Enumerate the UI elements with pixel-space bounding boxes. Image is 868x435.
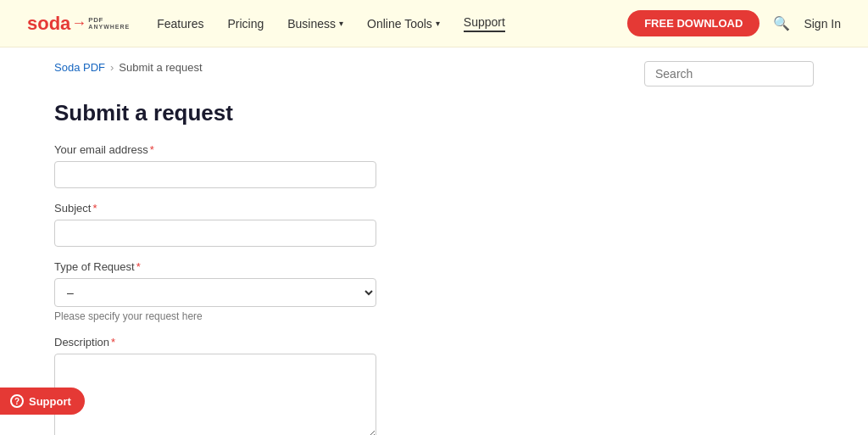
support-button-label: Support	[29, 395, 71, 408]
type-group: Type of Request* – Please specify your r…	[54, 260, 376, 322]
subject-field[interactable]	[54, 220, 376, 247]
email-label: Your email address*	[54, 143, 376, 156]
top-bar: Soda PDF › Submit a request	[54, 47, 814, 93]
nav-support[interactable]: Support	[464, 15, 505, 32]
submit-request-form: Submit a request Your email address* Sub…	[54, 93, 376, 435]
description-textarea[interactable]	[54, 354, 376, 435]
header-actions: FREE DOWNLOAD 🔍 Sign In	[627, 10, 841, 36]
subject-label: Subject*	[54, 202, 376, 215]
nav-features[interactable]: Features	[157, 17, 203, 31]
page-title: Submit a request	[54, 100, 376, 126]
logo-arrow: →	[71, 14, 86, 32]
page-container: Soda PDF › Submit a request Submit a req…	[27, 47, 841, 435]
breadcrumb-separator: ›	[110, 61, 114, 74]
type-label: Type of Request*	[54, 260, 376, 273]
nav-online-tools[interactable]: Online Tools ▾	[367, 17, 440, 31]
type-hint: Please specify your request here	[54, 310, 376, 322]
support-icon: ?	[10, 394, 24, 408]
chevron-down-icon: ▾	[339, 19, 343, 28]
breadcrumb: Soda PDF › Submit a request	[54, 61, 203, 74]
breadcrumb-current: Submit a request	[119, 61, 202, 74]
nav-pricing[interactable]: Pricing	[227, 17, 264, 31]
main-nav: Features Pricing Business ▾ Online Tools…	[157, 15, 627, 32]
search-icon[interactable]: 🔍	[773, 15, 790, 31]
nav-business[interactable]: Business ▾	[287, 17, 343, 31]
email-field[interactable]	[54, 161, 376, 188]
support-float-button[interactable]: ? Support	[0, 388, 85, 415]
chevron-down-icon: ▾	[436, 19, 440, 28]
header: soda → PDF ANYWHERE Features Pricing Bus…	[0, 0, 868, 47]
search-input[interactable]	[644, 61, 814, 86]
logo-sub: PDF ANYWHERE	[88, 16, 130, 31]
subject-group: Subject*	[54, 202, 376, 247]
type-select[interactable]: –	[54, 278, 376, 307]
free-download-button[interactable]: FREE DOWNLOAD	[627, 10, 760, 36]
sign-in-link[interactable]: Sign In	[804, 17, 841, 31]
logo[interactable]: soda → PDF ANYWHERE	[27, 14, 130, 33]
description-group: Description* Please enter the details of…	[54, 336, 376, 435]
email-group: Your email address*	[54, 143, 376, 188]
breadcrumb-root[interactable]: Soda PDF	[54, 61, 105, 74]
logo-text: soda	[27, 14, 70, 33]
description-label: Description*	[54, 336, 376, 349]
